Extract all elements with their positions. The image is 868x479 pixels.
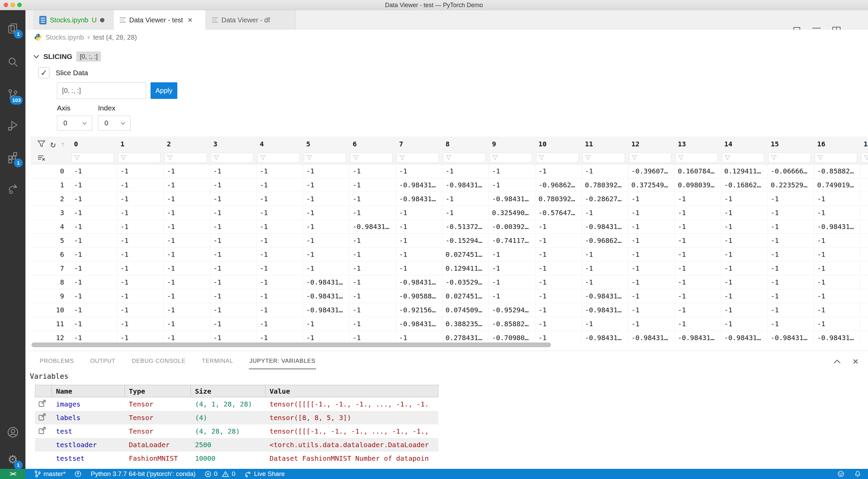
column-filter-input[interactable] — [219, 154, 246, 162]
column-filter-box[interactable] — [536, 153, 578, 163]
column-filter-input[interactable] — [359, 154, 386, 162]
column-filter-input[interactable] — [80, 154, 107, 162]
column-filter-input[interactable] — [545, 154, 572, 162]
column-filter-input[interactable] — [730, 154, 757, 162]
grid-column-header[interactable]: 8 — [442, 140, 489, 148]
variable-row[interactable]: testTensor(4, 28, 28)tensor([[[-1., -1.,… — [35, 424, 438, 438]
grid-column-header[interactable]: 2 — [164, 140, 210, 148]
sort-ascending-icon[interactable]: ↑ — [60, 140, 65, 148]
column-filter-input[interactable] — [312, 154, 339, 162]
feedback-icon[interactable] — [837, 470, 845, 478]
column-filter-box[interactable] — [861, 153, 868, 163]
grid-column-header[interactable]: 16 — [814, 140, 861, 148]
close-tab-icon[interactable]: × — [188, 16, 193, 24]
grid-column-header[interactable]: 14 — [721, 140, 768, 148]
variable-row[interactable]: labelsTensor(4)tensor([8, 8, 5, 3]) — [35, 411, 438, 424]
variable-row[interactable]: testsetFashionMNIST10000Dataset FashionM… — [35, 452, 438, 465]
column-filter-box[interactable] — [490, 153, 532, 163]
filter-icon[interactable] — [37, 140, 45, 148]
column-filter-box[interactable] — [443, 153, 486, 163]
variable-row[interactable]: imagesTensor(4, 1, 28, 28)tensor([[[[-1.… — [35, 397, 438, 411]
column-filter-input[interactable] — [126, 154, 154, 162]
variable-row[interactable]: testloaderDataLoader2500<torch.utils.dat… — [35, 438, 438, 452]
column-filter-box[interactable] — [304, 153, 346, 163]
grid-column-header[interactable]: 17 — [861, 140, 868, 148]
tab-data-viewer-df[interactable]: Data Viewer - df — [206, 10, 296, 30]
index-select[interactable]: 0 — [98, 116, 131, 131]
tab-data-viewer-test[interactable]: Data Viewer - test × — [114, 10, 206, 30]
grid-column-header[interactable]: 4 — [257, 140, 303, 148]
horizontal-scrollbar[interactable] — [32, 342, 551, 347]
panel-tab-problems[interactable]: PROBLEMS — [39, 355, 75, 369]
column-filter-input[interactable] — [591, 154, 618, 162]
clear-filters-button[interactable] — [31, 154, 71, 162]
grid-column-header[interactable]: 3 — [210, 140, 257, 148]
tab-stocks-ipynb[interactable]: Stocks.ipynb U — [33, 10, 114, 30]
bell-icon[interactable] — [854, 470, 861, 478]
column-filter-box[interactable] — [629, 153, 671, 163]
grid-column-header[interactable]: 15 — [768, 140, 814, 148]
breadcrumb-file[interactable]: Stocks.ipynb — [45, 34, 84, 41]
column-filter-input[interactable] — [498, 154, 525, 162]
column-filter-box[interactable] — [211, 153, 253, 163]
grid-column-header[interactable]: 7 — [396, 140, 442, 148]
column-filter-box[interactable] — [257, 153, 300, 163]
chevron-up-icon[interactable] — [833, 359, 841, 364]
python-interpreter-item[interactable]: Python 3.7.7 64-bit ('pytorch': conda) — [91, 470, 195, 478]
slice-data-toggle[interactable]: ✓ Slice Data — [38, 67, 88, 78]
axis-select[interactable]: 0 — [57, 116, 92, 131]
column-filter-input[interactable] — [266, 154, 293, 162]
column-filter-input[interactable] — [777, 154, 804, 162]
column-filter-box[interactable] — [72, 153, 114, 163]
unsaved-dot-icon[interactable] — [100, 18, 104, 22]
column-filter-box[interactable] — [768, 153, 811, 163]
grid-column-header[interactable]: 6 — [350, 140, 396, 148]
panel-tab-debug-console[interactable]: DEBUG CONSOLE — [131, 355, 186, 369]
grid-column-header[interactable]: 5 — [303, 140, 350, 148]
apply-button[interactable]: Apply — [151, 82, 177, 99]
settings-button[interactable]: ⚙ 1 — [0, 447, 25, 472]
panel-tab-terminal[interactable]: TERMINAL — [201, 355, 234, 369]
column-filter-box[interactable] — [815, 153, 857, 163]
panel-tab-jupyter-variables[interactable]: JUPYTER: VARIABLES — [249, 355, 316, 369]
grid-column-header[interactable]: 0 — [71, 140, 117, 148]
open-variable-button[interactable] — [35, 399, 52, 410]
sidebar-item-explorer[interactable]: 1 — [0, 16, 25, 41]
sidebar-item-run-debug[interactable] — [0, 113, 25, 138]
slice-data-checkbox[interactable]: ✓ — [38, 67, 50, 78]
grid-column-header[interactable]: 10 — [535, 140, 582, 148]
sidebar-item-source-control[interactable]: 103 — [0, 82, 25, 107]
column-filter-input[interactable] — [823, 154, 850, 162]
column-filter-input[interactable] — [684, 154, 711, 162]
sync-changes-button[interactable] — [74, 470, 82, 478]
slice-expression-input[interactable] — [57, 82, 146, 99]
column-filter-box[interactable] — [350, 153, 393, 163]
grid-column-header[interactable]: 12 — [628, 140, 675, 148]
open-variable-button[interactable] — [35, 412, 52, 423]
column-filter-input[interactable] — [405, 154, 432, 162]
slicing-section-header[interactable]: SLICING [0, :, :] — [33, 51, 101, 62]
column-filter-box[interactable] — [675, 153, 718, 163]
account-button[interactable] — [0, 420, 25, 444]
sidebar-item-search[interactable] — [0, 50, 25, 75]
column-filter-box[interactable] — [583, 153, 625, 163]
grid-column-header[interactable]: 11 — [582, 140, 628, 148]
open-variable-button[interactable] — [35, 426, 52, 437]
refresh-icon[interactable]: ↻ — [50, 140, 56, 149]
column-filter-input[interactable] — [452, 154, 479, 162]
column-filter-input[interactable] — [637, 154, 665, 162]
column-filter-box[interactable] — [722, 153, 764, 163]
close-panel-icon[interactable]: × — [852, 356, 859, 367]
git-branch-item[interactable]: master* — [34, 470, 65, 478]
column-filter-box[interactable] — [118, 153, 160, 163]
sidebar-item-live-share[interactable] — [0, 176, 25, 201]
grid-column-header[interactable]: 13 — [675, 140, 721, 148]
problems-item[interactable]: 0 0 — [204, 470, 235, 478]
column-filter-box[interactable] — [164, 153, 207, 163]
grid-column-header[interactable]: 9 — [489, 140, 535, 148]
panel-tab-output[interactable]: OUTPUT — [90, 355, 116, 369]
sidebar-item-extensions[interactable]: 1 — [0, 145, 25, 169]
grid-column-header[interactable]: 1 — [117, 140, 164, 148]
breadcrumb-item[interactable]: test (4, 28, 28) — [93, 34, 137, 41]
column-filter-input[interactable] — [173, 154, 200, 162]
